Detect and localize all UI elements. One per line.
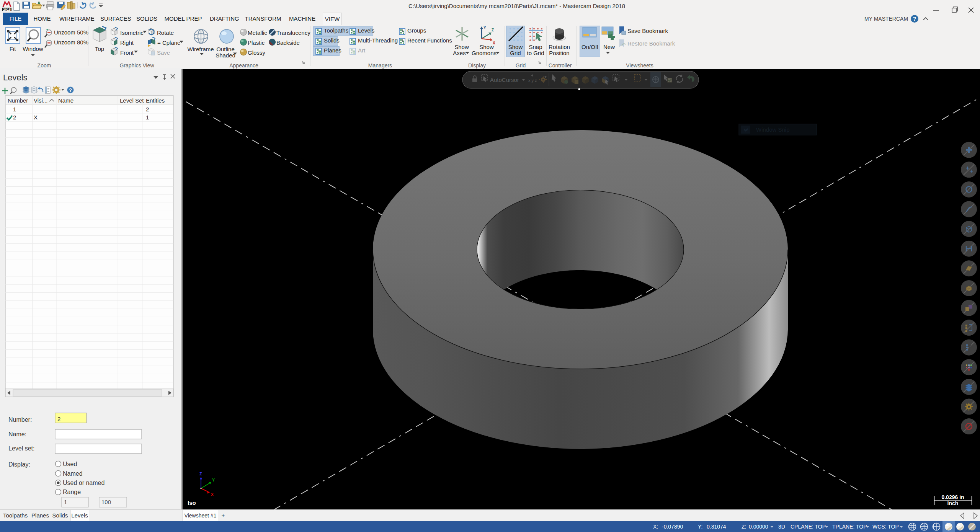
svg-text:Entities: Entities bbox=[146, 97, 165, 104]
svg-text:Number: Number bbox=[8, 97, 28, 104]
svg-text:x y z: x y z bbox=[528, 78, 537, 83]
svg-text:X: X bbox=[211, 492, 214, 497]
svg-text:Visi...: Visi... bbox=[34, 97, 47, 104]
svg-text:?: ? bbox=[913, 16, 916, 22]
svg-text:AutoCursor: AutoCursor bbox=[490, 77, 519, 83]
svg-text:1: 1 bbox=[64, 499, 67, 505]
svg-text:0.0296 in: 0.0296 in bbox=[941, 494, 964, 500]
svg-text:Name:: Name: bbox=[8, 431, 26, 437]
svg-text:2: 2 bbox=[57, 416, 60, 422]
svg-text:Level Set: Level Set bbox=[120, 97, 144, 104]
svg-text:1: 1 bbox=[13, 106, 16, 113]
svg-text:Named: Named bbox=[63, 470, 83, 477]
svg-text:2018: 2018 bbox=[3, 8, 11, 11]
svg-text:Y: Y bbox=[212, 478, 215, 482]
svg-text:2: 2 bbox=[146, 106, 149, 113]
svg-text:Level set:: Level set: bbox=[8, 445, 34, 452]
svg-text:Inch: Inch bbox=[947, 500, 959, 506]
svg-text:Used or named: Used or named bbox=[63, 480, 105, 486]
svg-text:Z: Z bbox=[199, 472, 202, 476]
svg-text:Range: Range bbox=[63, 489, 81, 495]
svg-text:Display:: Display: bbox=[8, 461, 30, 468]
svg-text:Name: Name bbox=[58, 97, 74, 104]
svg-text:Number:: Number: bbox=[8, 416, 32, 423]
svg-text:100: 100 bbox=[101, 499, 111, 505]
svg-text:2: 2 bbox=[13, 114, 16, 121]
svg-text:Used: Used bbox=[63, 461, 77, 467]
svg-text:1: 1 bbox=[146, 114, 149, 121]
svg-text:?: ? bbox=[69, 87, 72, 93]
svg-text:X: X bbox=[34, 114, 38, 121]
svg-text:Iso: Iso bbox=[188, 499, 196, 506]
svg-text:Window Snip: Window Snip bbox=[756, 126, 790, 133]
